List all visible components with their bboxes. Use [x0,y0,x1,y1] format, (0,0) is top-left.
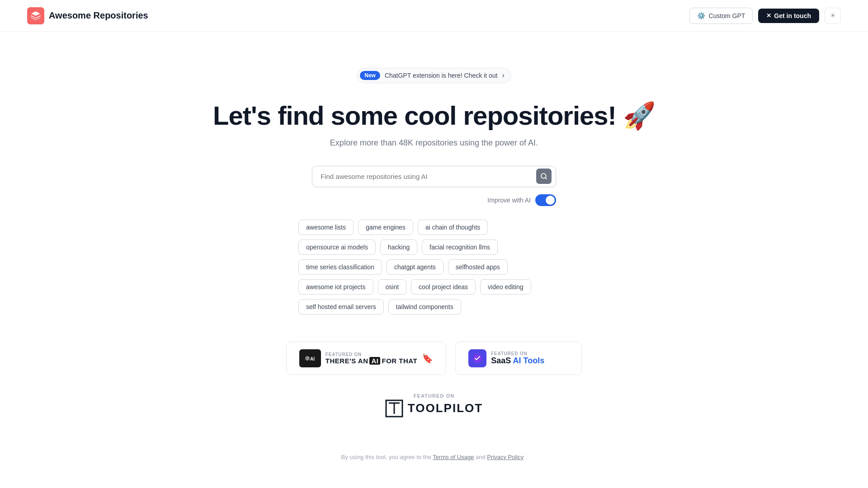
tag-chip[interactable]: time series classification [298,259,382,275]
featured-card-theres[interactable]: AI FEATURED ON THERE'S ANAIFOR THAT 🔖 [286,342,446,375]
announcement-text: ChatGPT extension is here! Check it out [385,72,498,79]
gear-icon: ⚙️ [697,12,706,20]
svg-point-5 [305,356,310,361]
svg-line-3 [545,178,547,179]
hero-subtitle: Explore more than 48K repositories using… [330,138,538,148]
improve-ai-row: Improve with AI [312,194,556,206]
featured-card-saas[interactable]: Featured on SaaS AI Tools [455,342,582,375]
tag-chip[interactable]: ai chain of thoughts [418,220,488,235]
search-input[interactable] [312,166,556,187]
tag-chip[interactable]: awesome iot projects [298,279,373,295]
tag-chip[interactable]: hacking [380,239,417,255]
tags-container: awesome listsgame enginesai chain of tho… [298,220,570,314]
get-in-touch-button[interactable]: ✕ Get in touch [758,9,819,23]
search-container [312,166,556,187]
theme-toggle-button[interactable]: ☀ [825,8,841,24]
saas-featured-label: Featured on [491,351,544,356]
tag-chip[interactable]: osint [378,279,407,295]
saas-name: SaaS AI Tools [491,356,544,366]
tag-chip[interactable]: selfhosted apps [448,259,508,275]
logo-link[interactable]: Awesome Repositories [27,7,148,24]
tag-chip[interactable]: game engines [358,220,413,235]
theres-featured-label: FEATURED ON [326,352,417,357]
footer: By using this tool, you agree to the Ter… [332,445,536,469]
saas-logo-icon [468,349,486,367]
nav-logo-text: Awesome Repositories [49,10,148,21]
footer-and: and [476,454,486,460]
saas-card-text: Featured on SaaS AI Tools [491,351,544,366]
tag-chip[interactable]: facial recognition llms [422,239,498,255]
x-icon: ✕ [766,12,771,19]
toolpilot-logo[interactable]: FEATURED ON TOOLPILOT [385,393,483,418]
toolpilot-featured-label: FEATURED ON [414,393,455,399]
toolpilot-section: FEATURED ON TOOLPILOT [385,393,483,418]
tag-chip[interactable]: opensource ai models [298,239,376,255]
logo-icon [27,7,44,24]
custom-gpt-button[interactable]: ⚙️ Custom GPT [689,8,753,24]
theres-logo-icon: AI [299,349,321,367]
get-in-touch-label: Get in touch [774,12,811,19]
main-content: New ChatGPT extension is here! Check it … [0,32,868,469]
tag-chip[interactable]: self hosted email servers [298,299,384,314]
chevron-right-icon: › [502,71,504,80]
theres-name: THERE'S ANAIFOR THAT [326,357,417,365]
tag-chip[interactable]: cool project ideas [411,279,476,295]
tag-chip[interactable]: awesome lists [298,220,354,235]
footer-suffix: . [525,454,527,460]
privacy-link[interactable]: Privacy Policy [487,454,524,460]
terms-link[interactable]: Terms of Usage [433,454,474,460]
nav-right: ⚙️ Custom GPT ✕ Get in touch ☀ [689,8,841,24]
footer-prefix: By using this tool, you agree to the [341,454,431,460]
toolpilot-logo-inner: TOOLPILOT [385,399,483,418]
search-icon [540,173,547,180]
svg-text:AI: AI [310,357,315,361]
tag-chip[interactable]: tailwind components [388,299,461,314]
theres-card-text: FEATURED ON THERE'S ANAIFOR THAT [326,352,417,365]
tag-chip[interactable]: video editing [480,279,531,295]
tag-chip[interactable]: chatgpt agents [387,259,443,275]
featured-row: AI FEATURED ON THERE'S ANAIFOR THAT 🔖 Fe… [286,342,582,375]
toggle-knob [546,196,555,205]
improve-ai-toggle[interactable] [535,194,556,206]
announcement-banner[interactable]: New ChatGPT extension is here! Check it … [357,68,511,83]
sun-icon: ☀ [830,11,836,20]
improve-ai-label: Improve with AI [487,197,531,204]
new-badge: New [360,71,380,80]
toolpilot-icon [385,399,403,418]
custom-gpt-label: Custom GPT [708,12,745,19]
hero-title: Let's find some cool repositories! 🚀 [213,101,655,130]
navbar: Awesome Repositories ⚙️ Custom GPT ✕ Get… [0,0,868,32]
toolpilot-name: TOOLPILOT [408,401,483,415]
bookmark-icon: 🔖 [422,353,433,364]
search-button[interactable] [536,169,552,184]
